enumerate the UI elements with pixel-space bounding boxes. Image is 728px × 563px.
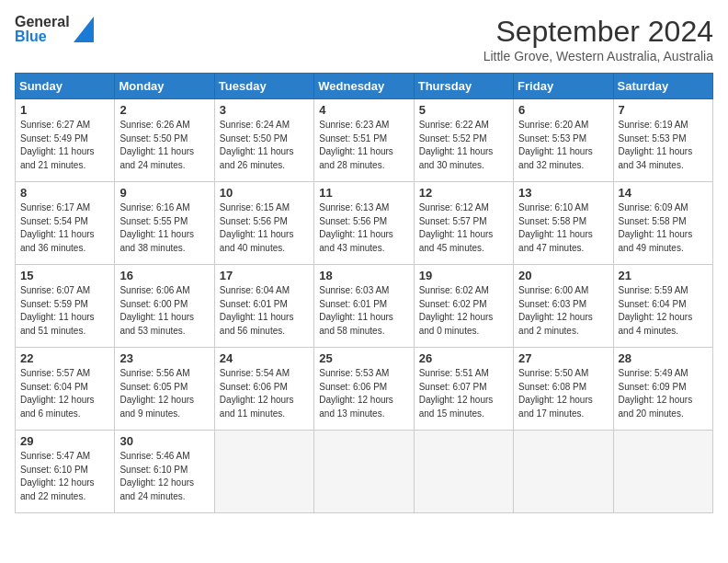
calendar-week-row: 15 Sunrise: 6:07 AMSunset: 5:59 PMDaylig… bbox=[16, 265, 713, 348]
calendar-cell bbox=[613, 431, 712, 513]
calendar-cell: 24 Sunrise: 5:54 AMSunset: 6:06 PMDaylig… bbox=[214, 348, 313, 431]
calendar-cell: 25 Sunrise: 5:53 AMSunset: 6:06 PMDaylig… bbox=[314, 348, 414, 431]
calendar-cell: 20 Sunrise: 6:00 AMSunset: 6:03 PMDaylig… bbox=[514, 265, 613, 348]
day-number: 24 bbox=[220, 351, 309, 365]
logo-shape bbox=[74, 17, 94, 42]
day-info: Sunrise: 6:09 AMSunset: 5:58 PMDaylight:… bbox=[619, 201, 708, 255]
day-number: 6 bbox=[518, 103, 608, 117]
day-number: 27 bbox=[518, 351, 608, 365]
day-info: Sunrise: 6:13 AMSunset: 5:56 PMDaylight:… bbox=[319, 201, 408, 255]
day-number: 23 bbox=[119, 351, 209, 365]
calendar-header-sunday: Sunday bbox=[16, 74, 115, 99]
day-info: Sunrise: 6:10 AMSunset: 5:58 PMDaylight:… bbox=[518, 201, 608, 255]
calendar-cell: 18 Sunrise: 6:03 AMSunset: 6:01 PMDaylig… bbox=[314, 265, 414, 348]
logo-blue: Blue bbox=[15, 29, 70, 44]
day-number: 7 bbox=[619, 103, 708, 117]
day-number: 18 bbox=[319, 269, 408, 282]
calendar-cell: 28 Sunrise: 5:49 AMSunset: 6:09 PMDaylig… bbox=[613, 348, 712, 431]
day-info: Sunrise: 6:12 AMSunset: 5:57 PMDaylight:… bbox=[419, 201, 508, 255]
day-info: Sunrise: 6:20 AMSunset: 5:53 PMDaylight:… bbox=[518, 119, 608, 172]
day-info: Sunrise: 6:26 AMSunset: 5:50 PMDaylight:… bbox=[119, 119, 209, 172]
day-number: 16 bbox=[119, 269, 209, 282]
day-number: 12 bbox=[419, 186, 508, 200]
calendar-cell: 29 Sunrise: 5:47 AMSunset: 6:10 PMDaylig… bbox=[16, 431, 115, 513]
day-number: 3 bbox=[220, 103, 309, 117]
day-info: Sunrise: 6:02 AMSunset: 6:02 PMDaylight:… bbox=[419, 284, 508, 338]
day-number: 22 bbox=[20, 351, 109, 365]
calendar-cell: 4 Sunrise: 6:23 AMSunset: 5:51 PMDayligh… bbox=[314, 99, 414, 182]
calendar-header-friday: Friday bbox=[514, 74, 613, 99]
calendar-header-saturday: Saturday bbox=[613, 74, 712, 99]
title-section: September 2024 Little Grove, Western Aus… bbox=[483, 15, 713, 63]
day-number: 5 bbox=[419, 103, 508, 117]
day-number: 2 bbox=[119, 103, 209, 117]
day-number: 9 bbox=[119, 186, 209, 200]
day-number: 28 bbox=[619, 351, 708, 365]
day-number: 4 bbox=[319, 103, 408, 117]
day-number: 21 bbox=[619, 269, 708, 282]
calendar-header-row: SundayMondayTuesdayWednesdayThursdayFrid… bbox=[16, 74, 713, 99]
calendar-cell: 26 Sunrise: 5:51 AMSunset: 6:07 PMDaylig… bbox=[414, 348, 513, 431]
day-number: 8 bbox=[20, 186, 109, 200]
calendar-header-tuesday: Tuesday bbox=[214, 74, 313, 99]
calendar-cell: 2 Sunrise: 6:26 AMSunset: 5:50 PMDayligh… bbox=[115, 99, 214, 182]
day-number: 29 bbox=[20, 434, 109, 448]
day-number: 1 bbox=[20, 103, 109, 117]
day-number: 13 bbox=[518, 186, 608, 200]
svg-marker-0 bbox=[74, 17, 94, 42]
day-info: Sunrise: 6:00 AMSunset: 6:03 PMDaylight:… bbox=[518, 284, 608, 338]
calendar-cell: 5 Sunrise: 6:22 AMSunset: 5:52 PMDayligh… bbox=[414, 99, 513, 182]
calendar-cell: 3 Sunrise: 6:24 AMSunset: 5:50 PMDayligh… bbox=[214, 99, 313, 182]
day-info: Sunrise: 5:54 AMSunset: 6:06 PMDaylight:… bbox=[220, 367, 309, 420]
day-info: Sunrise: 6:03 AMSunset: 6:01 PMDaylight:… bbox=[319, 284, 408, 338]
day-number: 25 bbox=[319, 351, 408, 365]
day-info: Sunrise: 5:56 AMSunset: 6:05 PMDaylight:… bbox=[119, 367, 209, 420]
month-title: September 2024 bbox=[483, 15, 713, 49]
day-number: 11 bbox=[319, 186, 408, 200]
calendar-cell: 21 Sunrise: 5:59 AMSunset: 6:04 PMDaylig… bbox=[613, 265, 712, 348]
calendar-cell: 1 Sunrise: 6:27 AMSunset: 5:49 PMDayligh… bbox=[16, 99, 115, 182]
calendar-cell: 6 Sunrise: 6:20 AMSunset: 5:53 PMDayligh… bbox=[514, 99, 613, 182]
calendar-cell: 27 Sunrise: 5:50 AMSunset: 6:08 PMDaylig… bbox=[514, 348, 613, 431]
location: Little Grove, Western Australia, Austral… bbox=[483, 49, 713, 63]
calendar-week-row: 22 Sunrise: 5:57 AMSunset: 6:04 PMDaylig… bbox=[16, 348, 713, 431]
day-info: Sunrise: 6:15 AMSunset: 5:56 PMDaylight:… bbox=[220, 201, 309, 255]
calendar-header-thursday: Thursday bbox=[414, 74, 513, 99]
calendar-cell bbox=[214, 431, 313, 513]
day-info: Sunrise: 5:49 AMSunset: 6:09 PMDaylight:… bbox=[619, 367, 708, 420]
day-info: Sunrise: 5:51 AMSunset: 6:07 PMDaylight:… bbox=[419, 367, 508, 420]
day-info: Sunrise: 5:50 AMSunset: 6:08 PMDaylight:… bbox=[518, 367, 608, 420]
day-info: Sunrise: 5:59 AMSunset: 6:04 PMDaylight:… bbox=[619, 284, 708, 338]
calendar-cell: 23 Sunrise: 5:56 AMSunset: 6:05 PMDaylig… bbox=[115, 348, 214, 431]
day-number: 26 bbox=[419, 351, 508, 365]
calendar-week-row: 8 Sunrise: 6:17 AMSunset: 5:54 PMDayligh… bbox=[16, 182, 713, 265]
day-info: Sunrise: 6:17 AMSunset: 5:54 PMDaylight:… bbox=[20, 201, 109, 255]
day-number: 15 bbox=[20, 269, 109, 282]
calendar-cell bbox=[314, 431, 414, 513]
day-info: Sunrise: 5:46 AMSunset: 6:10 PMDaylight:… bbox=[119, 450, 209, 503]
day-number: 19 bbox=[419, 269, 508, 282]
calendar-week-row: 1 Sunrise: 6:27 AMSunset: 5:49 PMDayligh… bbox=[16, 99, 713, 182]
calendar-cell: 17 Sunrise: 6:04 AMSunset: 6:01 PMDaylig… bbox=[214, 265, 313, 348]
logo-general: General bbox=[15, 15, 70, 29]
calendar-cell bbox=[514, 431, 613, 513]
day-info: Sunrise: 6:07 AMSunset: 5:59 PMDaylight:… bbox=[20, 284, 109, 338]
day-info: Sunrise: 6:04 AMSunset: 6:01 PMDaylight:… bbox=[220, 284, 309, 338]
calendar-table: SundayMondayTuesdayWednesdayThursdayFrid… bbox=[15, 73, 713, 513]
day-info: Sunrise: 6:27 AMSunset: 5:49 PMDaylight:… bbox=[20, 119, 109, 172]
day-number: 10 bbox=[220, 186, 309, 200]
day-info: Sunrise: 6:19 AMSunset: 5:53 PMDaylight:… bbox=[619, 119, 708, 172]
day-number: 30 bbox=[119, 434, 209, 448]
page-header: General Blue September 2024 Little Grove… bbox=[15, 15, 713, 63]
day-number: 20 bbox=[518, 269, 608, 282]
day-info: Sunrise: 5:53 AMSunset: 6:06 PMDaylight:… bbox=[319, 367, 408, 420]
calendar-cell: 15 Sunrise: 6:07 AMSunset: 5:59 PMDaylig… bbox=[16, 265, 115, 348]
calendar-cell: 10 Sunrise: 6:15 AMSunset: 5:56 PMDaylig… bbox=[214, 182, 313, 265]
day-info: Sunrise: 6:16 AMSunset: 5:55 PMDaylight:… bbox=[119, 201, 209, 255]
day-info: Sunrise: 6:23 AMSunset: 5:51 PMDaylight:… bbox=[319, 119, 408, 172]
calendar-cell: 13 Sunrise: 6:10 AMSunset: 5:58 PMDaylig… bbox=[514, 182, 613, 265]
calendar-cell: 7 Sunrise: 6:19 AMSunset: 5:53 PMDayligh… bbox=[613, 99, 712, 182]
calendar-header-wednesday: Wednesday bbox=[314, 74, 414, 99]
calendar-cell: 16 Sunrise: 6:06 AMSunset: 6:00 PMDaylig… bbox=[115, 265, 214, 348]
calendar-cell: 9 Sunrise: 6:16 AMSunset: 5:55 PMDayligh… bbox=[115, 182, 214, 265]
